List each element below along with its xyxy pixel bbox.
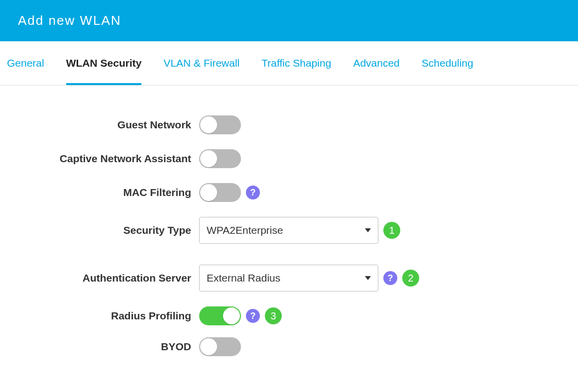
label-captive-network-assistant: Captive Network Assistant [10,153,199,165]
tab-wlan-security[interactable]: WLAN Security [66,57,142,85]
label-guest-network: Guest Network [10,119,199,131]
annotation-badge-2: 2 [402,270,419,287]
toggle-guest-network[interactable] [199,115,241,134]
row-byod: BYOD [10,337,568,356]
tab-traffic-shaping[interactable]: Traffic Shaping [261,57,331,85]
toggle-knob [200,150,217,167]
annotation-badge-3: 3 [265,307,282,324]
toggle-knob [200,338,217,355]
caret-down-icon [365,228,371,232]
row-authentication-server: Authentication Server External Radius ? … [10,265,568,292]
select-authentication-server[interactable]: External Radius [199,265,378,292]
toggle-mac-filtering[interactable] [199,183,241,202]
annotation-badge-1: 1 [383,222,400,239]
header-bar: Add new WLAN [0,0,578,41]
label-radius-profiling: Radius Profiling [10,310,199,322]
help-icon[interactable]: ? [246,309,260,323]
label-authentication-server: Authentication Server [10,272,199,284]
tab-advanced[interactable]: Advanced [353,57,399,85]
row-mac-filtering: MAC Filtering ? [10,183,568,202]
label-mac-filtering: MAC Filtering [10,187,199,198]
row-radius-profiling: Radius Profiling ? 3 [10,306,568,325]
tabs: General WLAN Security VLAN & Firewall Tr… [0,41,578,86]
label-security-type: Security Type [10,224,199,236]
caret-down-icon [365,276,371,280]
tab-vlan-firewall[interactable]: VLAN & Firewall [163,57,239,85]
row-captive-network-assistant: Captive Network Assistant [10,149,568,168]
form-area: Guest Network Captive Network Assistant … [0,86,578,366]
toggle-knob [200,184,217,201]
page-title: Add new WLAN [18,13,121,28]
row-guest-network: Guest Network [10,115,568,134]
toggle-radius-profiling[interactable] [199,306,241,325]
tab-general[interactable]: General [7,57,44,85]
row-security-type: Security Type WPA2Enterprise 1 [10,217,568,244]
help-icon[interactable]: ? [383,271,397,285]
toggle-knob [223,307,240,324]
tab-scheduling[interactable]: Scheduling [422,57,473,85]
select-security-type-value: WPA2Enterprise [207,224,283,236]
select-authentication-server-value: External Radius [207,272,280,284]
toggle-captive-network-assistant[interactable] [199,149,241,168]
select-security-type[interactable]: WPA2Enterprise [199,217,378,244]
toggle-byod[interactable] [199,337,241,356]
label-byod: BYOD [10,341,199,353]
help-icon[interactable]: ? [246,186,260,199]
toggle-knob [200,116,217,133]
